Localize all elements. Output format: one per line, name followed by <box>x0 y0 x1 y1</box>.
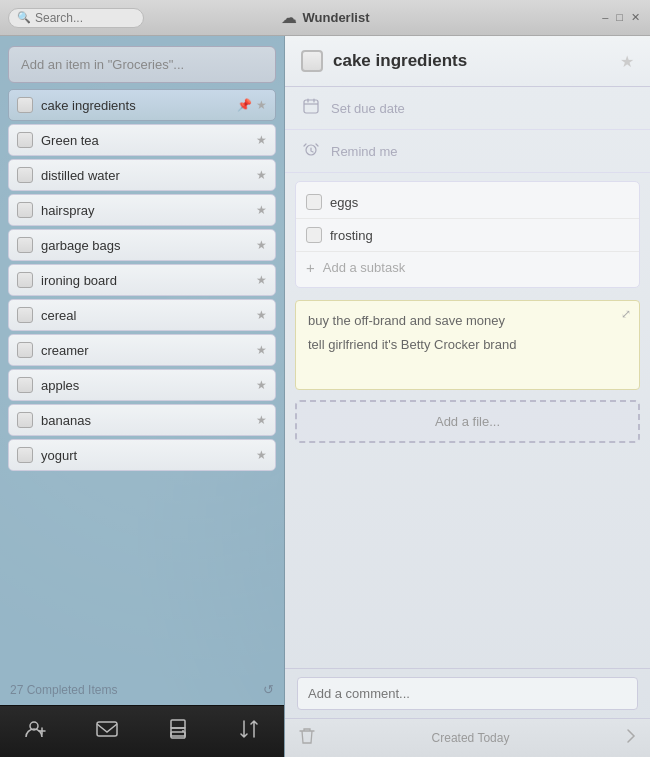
pin-icon: 📌 <box>237 98 252 112</box>
completed-toggle-icon[interactable]: ↺ <box>263 682 274 697</box>
item-actions: ★ <box>256 308 267 322</box>
list-item[interactable]: creamer ★ <box>8 334 276 366</box>
item-actions: ★ <box>256 448 267 462</box>
item-checkbox[interactable] <box>17 342 33 358</box>
star-icon[interactable]: ★ <box>256 273 267 287</box>
subtask-text: eggs <box>330 195 358 210</box>
item-text: ironing board <box>41 273 256 288</box>
add-file-button[interactable]: Add a file... <box>295 400 640 443</box>
bottom-toolbar <box>0 705 284 757</box>
item-text: garbage bags <box>41 238 256 253</box>
search-input[interactable] <box>35 11 135 25</box>
left-panel: Add an item in "Groceries"... cake ingre… <box>0 36 285 757</box>
list-item[interactable]: apples ★ <box>8 369 276 401</box>
item-actions: ★ <box>256 378 267 392</box>
close-button[interactable]: ✕ <box>629 11 642 24</box>
list-item[interactable]: distilled water ★ <box>8 159 276 191</box>
item-checkbox[interactable] <box>17 272 33 288</box>
delete-button[interactable] <box>299 727 315 749</box>
list-item[interactable]: cake ingredients 📌 ★ <box>8 89 276 121</box>
item-checkbox[interactable] <box>17 447 33 463</box>
subtask-checkbox[interactable] <box>306 227 322 243</box>
print-icon <box>167 719 189 744</box>
list-item[interactable]: bananas ★ <box>8 404 276 436</box>
star-icon[interactable]: ★ <box>256 168 267 182</box>
star-icon[interactable]: ★ <box>256 343 267 357</box>
expand-icon[interactable]: ⤢ <box>621 307 631 321</box>
detail-star-button[interactable]: ★ <box>620 52 634 71</box>
detail-footer: Created Today <box>285 718 650 757</box>
item-text: cereal <box>41 308 256 323</box>
reminder-row[interactable]: Remind me <box>285 130 650 173</box>
item-checkbox[interactable] <box>17 167 33 183</box>
item-checkbox[interactable] <box>17 237 33 253</box>
star-icon[interactable]: ★ <box>256 448 267 462</box>
list-item[interactable]: garbage bags ★ <box>8 229 276 261</box>
completed-bar[interactable]: 27 Completed Items ↺ <box>0 674 284 705</box>
sort-icon <box>238 720 260 743</box>
svg-point-4 <box>182 730 184 732</box>
comment-input[interactable] <box>297 677 638 710</box>
list-item[interactable]: hairspray ★ <box>8 194 276 226</box>
alarm-icon <box>301 141 321 161</box>
subtask-checkbox[interactable] <box>306 194 322 210</box>
subtasks-section: eggs frosting + Add a subtask <box>295 181 640 288</box>
item-text: hairspray <box>41 203 256 218</box>
main-layout: Add an item in "Groceries"... cake ingre… <box>0 36 650 757</box>
svg-rect-5 <box>304 100 318 113</box>
app-icon: ☁ <box>281 8 297 27</box>
item-text: Green tea <box>41 133 256 148</box>
list-item[interactable]: Green tea ★ <box>8 124 276 156</box>
list-item[interactable]: cereal ★ <box>8 299 276 331</box>
star-icon[interactable]: ★ <box>256 98 267 112</box>
right-panel: cake ingredients ★ Set due date <box>285 36 650 757</box>
email-icon <box>96 721 118 742</box>
sort-button[interactable] <box>229 714 269 750</box>
svg-rect-3 <box>171 732 185 738</box>
notes-area[interactable]: ⤢ buy the off-brand and save money tell … <box>295 300 640 390</box>
detail-spacer <box>285 447 650 668</box>
svg-rect-2 <box>171 720 185 728</box>
star-icon[interactable]: ★ <box>256 203 267 217</box>
email-button[interactable] <box>87 714 127 750</box>
window-controls: – □ ✕ <box>600 11 642 24</box>
item-text: apples <box>41 378 256 393</box>
due-date-text: Set due date <box>331 101 405 116</box>
svg-rect-1 <box>97 722 117 736</box>
print-button[interactable] <box>158 714 198 750</box>
list-item[interactable]: ironing board ★ <box>8 264 276 296</box>
due-date-row[interactable]: Set due date <box>285 87 650 130</box>
item-actions: ★ <box>256 273 267 287</box>
item-checkbox[interactable] <box>17 97 33 113</box>
item-actions: ★ <box>256 203 267 217</box>
add-person-button[interactable] <box>16 714 56 750</box>
maximize-button[interactable]: □ <box>614 11 625 24</box>
next-button[interactable] <box>626 728 636 748</box>
minimize-button[interactable]: – <box>600 11 610 24</box>
detail-header: cake ingredients ★ <box>285 36 650 87</box>
subtask-item[interactable]: frosting <box>296 219 639 252</box>
item-checkbox[interactable] <box>17 412 33 428</box>
star-icon[interactable]: ★ <box>256 413 267 427</box>
list-item[interactable]: yogurt ★ <box>8 439 276 471</box>
star-icon[interactable]: ★ <box>256 378 267 392</box>
star-icon[interactable]: ★ <box>256 308 267 322</box>
star-icon[interactable]: ★ <box>256 238 267 252</box>
item-checkbox[interactable] <box>17 132 33 148</box>
notes-line-2: tell girlfriend it's Betty Crocker brand <box>308 335 627 355</box>
subtask-text: frosting <box>330 228 373 243</box>
item-actions: ★ <box>256 343 267 357</box>
item-checkbox[interactable] <box>17 377 33 393</box>
star-icon[interactable]: ★ <box>256 133 267 147</box>
subtask-item[interactable]: eggs <box>296 186 639 219</box>
item-text: yogurt <box>41 448 256 463</box>
item-checkbox[interactable] <box>17 307 33 323</box>
search-bar[interactable]: 🔍 <box>8 8 144 28</box>
item-text: bananas <box>41 413 256 428</box>
add-subtask-row[interactable]: + Add a subtask <box>296 252 639 283</box>
detail-checkbox[interactable] <box>301 50 323 72</box>
add-subtask-placeholder: Add a subtask <box>323 260 405 275</box>
add-item-input[interactable]: Add an item in "Groceries"... <box>8 46 276 83</box>
item-checkbox[interactable] <box>17 202 33 218</box>
item-actions: ★ <box>256 168 267 182</box>
